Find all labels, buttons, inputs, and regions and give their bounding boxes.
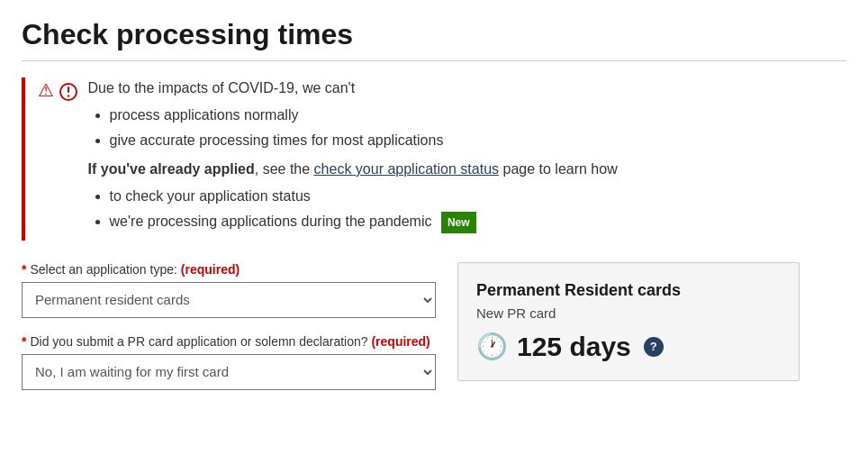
svg-point-2 (67, 95, 68, 96)
days-value: 125 days (517, 332, 631, 362)
alert-after-link: page to learn how (503, 161, 618, 177)
pr-card-submission-select[interactable]: No, I am waiting for my first card Yes, … (22, 354, 436, 390)
alert-bold-prefix: If you've already applied (88, 161, 255, 177)
app-type-asterisk: * (22, 262, 26, 277)
help-icon[interactable]: ? (644, 337, 664, 357)
main-content: *Select an application type: (required) … (22, 262, 846, 406)
alert-applied-text: If you've already applied, see the check… (88, 159, 618, 180)
application-type-label: *Select an application type: (required) (22, 262, 436, 277)
alert-box: ⚠︎ Due to the impacts of COVID-19, we ca… (22, 77, 846, 241)
svg-rect-1 (68, 86, 69, 93)
app-type-required: (required) (181, 262, 240, 277)
pr-card-submission-group: *Did you submit a PR card application or… (22, 334, 436, 390)
left-panel: *Select an application type: (required) … (22, 262, 436, 406)
alert-bullets: process applications normally give accur… (110, 105, 618, 151)
alert-sub-bullet-1: to check your application status (110, 186, 618, 207)
title-divider (22, 60, 846, 61)
pr-required: (required) (371, 334, 429, 349)
application-type-select[interactable]: Permanent resident cards Citizenship Vis… (22, 282, 436, 318)
result-sub-label: New PR card (476, 305, 781, 321)
page-title: Check processing times (22, 18, 846, 51)
alert-sub-bullet-2: we're processing applications during the… (110, 211, 618, 233)
new-badge: New (441, 212, 476, 233)
alert-icon: ⚠︎ (38, 79, 77, 101)
result-heading: Permanent Resident cards (476, 281, 781, 300)
alert-content: Due to the impacts of COVID-19, we can't… (88, 77, 618, 241)
alert-intro: Due to the impacts of COVID-19, we can't (88, 77, 618, 99)
alert-bullet-1: process applications normally (110, 105, 618, 126)
clock-icon: 🕐 (476, 332, 508, 361)
alert-bullet-2: give accurate processing times for most … (110, 130, 618, 151)
processing-time: 🕐 125 days ? (476, 332, 781, 362)
alert-sub-bullets: to check your application status we're p… (110, 186, 618, 233)
check-status-link[interactable]: check your application status (314, 161, 499, 177)
pr-card-label: *Did you submit a PR card application or… (22, 334, 436, 349)
right-panel: Permanent Resident cards New PR card 🕐 1… (457, 262, 800, 381)
pr-asterisk: * (22, 334, 26, 349)
application-type-group: *Select an application type: (required) … (22, 262, 436, 318)
alert-bold-suffix: , see the (255, 161, 310, 177)
